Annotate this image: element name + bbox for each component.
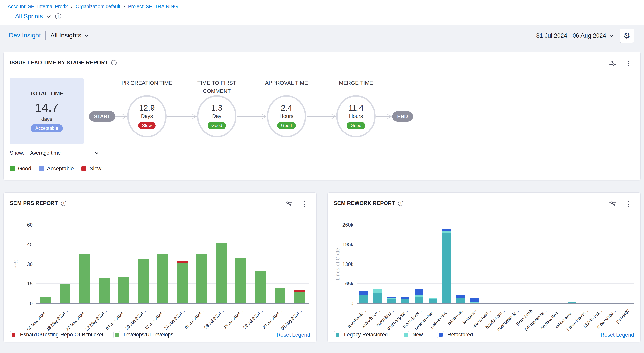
bar-segment[interactable]: [373, 288, 382, 289]
bar-segment[interactable]: [294, 292, 305, 303]
stage-circle[interactable]: 12.9 Days Slow: [127, 95, 166, 137]
bar-segment[interactable]: [401, 298, 410, 299]
insight-title[interactable]: Dev Insight: [9, 32, 41, 39]
stage-circle[interactable]: 1.3 Day Good: [197, 95, 236, 137]
stage-label: PR CREATION TIME: [122, 79, 172, 95]
bar-segment[interactable]: [568, 302, 576, 303]
bar-segment[interactable]: [255, 270, 266, 303]
stage-value: 12.9: [139, 103, 155, 112]
kebab-menu-icon[interactable]: ⋮: [301, 200, 308, 208]
y-axis: 015304560: [4, 225, 32, 303]
stage-pr-creation-time: PR CREATION TIME 12.9 Days Slow: [116, 79, 178, 137]
gridline: [356, 224, 634, 225]
stage-time-to-first-comment: TIME TO FIRST COMMENT 1.3 Day Good: [186, 79, 248, 137]
stage-unit: Day: [212, 113, 222, 119]
bar-segment[interactable]: [442, 231, 451, 233]
chevron-down-icon: [47, 14, 51, 18]
bar-segment[interactable]: [118, 277, 129, 303]
y-tick-label: 260k: [328, 222, 353, 228]
bar-segment[interactable]: [387, 298, 396, 303]
legend-swatch: [10, 166, 15, 171]
bar-segment[interactable]: [138, 259, 149, 303]
stage-circle[interactable]: 11.4 Hours Good: [336, 95, 376, 137]
bar-segment[interactable]: [99, 278, 110, 303]
reset-legend-link[interactable]: Reset Legend: [600, 332, 634, 338]
legend-label: New L: [412, 332, 427, 338]
bar-segment[interactable]: [387, 298, 396, 298]
total-rating-badge: Acceptable: [31, 124, 63, 132]
bar-segment[interactable]: [470, 298, 479, 302]
bar-segment[interactable]: [40, 297, 51, 303]
date-range-picker[interactable]: 31 Jul 2024 - 06 Aug 2024: [536, 32, 613, 39]
kebab-menu-icon[interactable]: ⋮: [625, 60, 632, 67]
filter-sliders-icon[interactable]: [609, 60, 616, 67]
x-tick-label: 29 Jul 2024...: [244, 308, 284, 348]
chevron-down-icon: [84, 33, 88, 37]
y-tick-label: 0: [4, 300, 32, 306]
show-selector[interactable]: Show: Average time: [10, 150, 98, 156]
bar-segment[interactable]: [429, 299, 437, 303]
bar-segment[interactable]: [359, 296, 368, 303]
panel-title: SCM REWORK REPORT: [334, 200, 395, 206]
legend-item[interactable]: Legacy Refactored L: [334, 331, 392, 338]
bar-segment[interactable]: [274, 288, 285, 303]
insights-dropdown[interactable]: All Insights: [50, 32, 88, 39]
bar-segment[interactable]: [429, 298, 437, 299]
breadcrumb-organization[interactable]: Organization: default: [76, 4, 120, 9]
bar-segment[interactable]: [359, 291, 368, 294]
panel-title: ISSUE LEAD TIME BY STAGE REPORT: [10, 60, 108, 66]
kebab-menu-icon[interactable]: ⋮: [625, 200, 632, 208]
filter-sliders-icon[interactable]: [285, 200, 292, 208]
bar-segment[interactable]: [79, 254, 90, 303]
legend-item[interactable]: New L: [402, 331, 427, 338]
bar-segment[interactable]: [442, 233, 451, 303]
bar-segment[interactable]: [470, 302, 479, 303]
bar-segment[interactable]: [235, 258, 246, 303]
bar-segment[interactable]: [373, 293, 382, 303]
x-tick-label: 20 May 2024...: [49, 308, 88, 348]
bar-segment[interactable]: [415, 297, 423, 303]
info-icon[interactable]: i: [55, 13, 61, 19]
bar-segment[interactable]: [401, 299, 410, 299]
sprint-row: All Sprints i: [15, 13, 61, 20]
bar-segment[interactable]: [157, 254, 168, 303]
info-icon[interactable]: i: [61, 201, 66, 206]
bar-segment[interactable]: [177, 261, 188, 263]
bar-segment[interactable]: [415, 290, 423, 296]
bar-segment[interactable]: [429, 298, 437, 298]
bar-segment[interactable]: [60, 284, 71, 303]
bar-segment[interactable]: [373, 289, 382, 293]
legend-item[interactable]: Refactored L: [437, 331, 478, 338]
legend-item[interactable]: Levelops/Ui-Levelops: [113, 331, 173, 338]
bar-segment[interactable]: [387, 297, 396, 298]
bar-segment[interactable]: [196, 254, 207, 303]
bar-segment[interactable]: [456, 295, 465, 298]
info-icon[interactable]: i: [111, 60, 116, 66]
breadcrumb-project[interactable]: Project: SEI TRAINING: [128, 4, 178, 9]
filter-sliders-icon[interactable]: [609, 200, 616, 208]
settings-button[interactable]: ⚙: [620, 28, 634, 43]
bar-segment[interactable]: [216, 243, 227, 303]
bar-segment[interactable]: [359, 295, 368, 296]
bar-segment[interactable]: [294, 290, 305, 292]
bar-segment[interactable]: [401, 299, 410, 303]
legend-label: Esha610/Testing-Repo-Of-Bitbucket: [20, 332, 103, 338]
bar-segment[interactable]: [456, 298, 465, 303]
legend-label: Legacy Refactored L: [344, 332, 392, 338]
bar-segment[interactable]: [415, 296, 423, 296]
stage-circle[interactable]: 2.4 Hours Good: [267, 95, 306, 137]
bar-segment[interactable]: [456, 298, 465, 298]
reset-legend-link[interactable]: Reset Legend: [277, 332, 310, 338]
total-time-label: TOTAL TIME: [30, 90, 64, 97]
stage-label: TIME TO FIRST COMMENT: [186, 79, 248, 95]
bar-segment[interactable]: [442, 230, 451, 232]
sprint-selector[interactable]: All Sprints: [15, 13, 50, 20]
date-range-value: 31 Jul 2024 - 06 Aug 2024: [536, 32, 606, 39]
bar-segment[interactable]: [498, 303, 506, 303]
breadcrumb-account[interactable]: Account: SEI-Internal-Prod2: [8, 4, 68, 9]
x-axis: ajay-levelo...sharath-lev...harshilbits.…: [356, 305, 634, 334]
legend-item[interactable]: Esha610/Testing-Repo-Of-Bitbucket: [10, 331, 103, 338]
bar-segment[interactable]: [177, 263, 188, 303]
info-icon[interactable]: i: [398, 201, 404, 206]
header-controls: 31 Jul 2024 - 06 Aug 2024 ⚙: [536, 28, 634, 43]
